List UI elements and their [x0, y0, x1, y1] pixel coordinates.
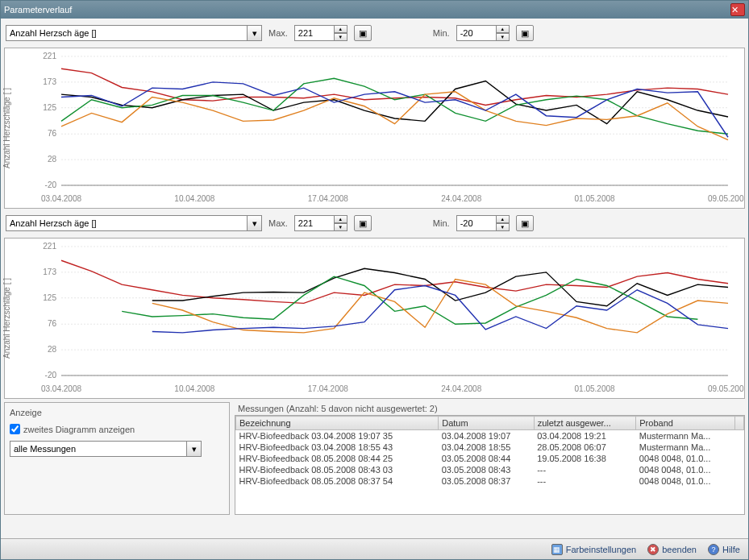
table-header[interactable]: Bezeichnung	[236, 417, 439, 430]
table-header[interactable]: zuletzt ausgewer...	[534, 417, 636, 430]
hilfe-button[interactable]: ? Hilfe	[708, 544, 740, 555]
table-cell: 0048 0048, 01.0...	[636, 464, 734, 475]
spin-up-icon[interactable]: ▲	[497, 25, 510, 33]
svg-text:01.05.2008: 01.05.2008	[575, 194, 615, 203]
second-chart-checkbox-row: zweites Diagramm anzeigen	[10, 424, 224, 434]
min-input-2[interactable]	[456, 215, 497, 231]
table-cell: Mustermann Ma...	[636, 430, 734, 442]
parameter-combo-1[interactable]: ▾	[6, 25, 262, 41]
table-row[interactable]: HRV-Biofeedback 03.04.2008 19:07 3503.04…	[236, 430, 744, 442]
messungen-panel: Messungen (Anzahl: 5 davon nicht ausgewe…	[235, 402, 745, 515]
svg-text:125: 125	[43, 103, 56, 112]
min-label-2: Min.	[433, 218, 450, 228]
second-chart-label: zweites Diagramm anzeigen	[23, 425, 135, 434]
chevron-down-icon[interactable]: ▾	[187, 441, 202, 457]
apply-icon: ▣	[359, 218, 367, 229]
chart1-ylabel: Anzahl Herzschläge [ ]	[2, 88, 11, 168]
table-row[interactable]: HRV-Biofeedback 03.04.2008 18:55 4303.04…	[236, 442, 744, 453]
chart2-ylabel: Anzahl Herzschläge [ ]	[2, 278, 11, 359]
chevron-down-icon[interactable]: ▾	[248, 215, 262, 231]
filter-input[interactable]	[10, 441, 187, 457]
apply-min-button-2[interactable]: ▣	[516, 215, 534, 231]
min-input-1[interactable]	[456, 25, 497, 41]
table-cell: 03.04.2008 18:55	[439, 442, 534, 453]
table-row[interactable]: HRV-Biofeedback 08.05.2008 08:37 5403.05…	[236, 475, 744, 487]
chart1-controls: ▾ Max. ▲▼ ▣ Min. ▲▼ ▣	[4, 22, 745, 44]
max-input-1[interactable]	[294, 25, 335, 41]
beenden-button[interactable]: ✖ beenden	[647, 544, 697, 555]
help-icon: ?	[708, 544, 719, 555]
svg-text:09.05.2008: 09.05.2008	[708, 384, 744, 393]
table-cell: 19.05.2008 16:38	[534, 453, 636, 464]
apply-icon: ▣	[359, 28, 367, 39]
svg-text:24.04.2008: 24.04.2008	[441, 384, 481, 393]
apply-max-button-2[interactable]: ▣	[354, 215, 372, 231]
spin-down-icon[interactable]: ▼	[335, 33, 347, 41]
table-cell: 0048 0048, 01.0...	[636, 475, 734, 487]
svg-text:76: 76	[48, 319, 57, 328]
table-cell: HRV-Biofeedback 08.05.2008 08:44 25	[236, 453, 439, 464]
max-spinner-2[interactable]: ▲▼	[294, 215, 347, 231]
table-cell: 0048 0048, 01.0...	[636, 453, 734, 464]
svg-text:03.04.2008: 03.04.2008	[41, 194, 81, 203]
svg-text:01.05.2008: 01.05.2008	[575, 384, 615, 393]
spin-down-icon[interactable]: ▼	[497, 33, 510, 41]
close-icon: ✕	[731, 5, 744, 15]
table-cell: 03.05.2008 08:43	[439, 464, 534, 475]
svg-text:173: 173	[43, 77, 56, 86]
min-label-1: Min.	[433, 28, 450, 38]
max-spinner-1[interactable]: ▲▼	[294, 25, 347, 41]
min-spinner-2[interactable]: ▲▼	[456, 215, 510, 231]
parameter-input-1[interactable]	[6, 25, 248, 41]
footer: ▦ Farbeinstellungen ✖ beenden ? Hilfe	[1, 538, 748, 559]
farbeinstellungen-label: Farbeinstellungen	[566, 545, 636, 554]
table-cell: HRV-Biofeedback 08.05.2008 08:43 03	[236, 464, 439, 475]
second-chart-checkbox[interactable]	[10, 424, 20, 434]
table-cell: HRV-Biofeedback 08.05.2008 08:37 54	[236, 475, 439, 487]
table-cell: 03.05.2008 08:37	[439, 475, 534, 487]
svg-text:28: 28	[48, 155, 57, 164]
messungen-table[interactable]: BezeichnungDatumzuletzt ausgewer...Proba…	[235, 415, 745, 515]
spin-down-icon[interactable]: ▼	[497, 223, 510, 231]
parameter-combo-2[interactable]: ▾	[6, 215, 262, 231]
table-header[interactable]: Datum	[439, 417, 534, 430]
svg-text:03.04.2008: 03.04.2008	[41, 384, 81, 393]
content: ▾ Max. ▲▼ ▣ Min. ▲▼ ▣ Anzahl Herzschläge…	[1, 19, 748, 538]
stop-icon: ✖	[647, 544, 659, 555]
farbeinstellungen-button[interactable]: ▦ Farbeinstellungen	[551, 544, 636, 555]
apply-min-button-1[interactable]: ▣	[516, 25, 534, 41]
parameter-input-2[interactable]	[6, 215, 248, 231]
spin-up-icon[interactable]: ▲	[335, 25, 347, 33]
window: Parameterverlauf ✕ ▾ Max. ▲▼ ▣ Min. ▲▼ ▣	[0, 0, 749, 560]
table-header[interactable]	[734, 417, 743, 430]
svg-text:-20: -20	[45, 180, 57, 189]
spin-down-icon[interactable]: ▼	[335, 223, 347, 231]
table-row[interactable]: HRV-Biofeedback 08.05.2008 08:44 2503.05…	[236, 453, 744, 464]
table-cell: 03.05.2008 08:44	[439, 453, 534, 464]
svg-text:-20: -20	[45, 371, 57, 380]
table-row[interactable]: HRV-Biofeedback 08.05.2008 08:43 0303.05…	[236, 464, 744, 475]
max-input-2[interactable]	[294, 215, 335, 231]
svg-text:17.04.2008: 17.04.2008	[308, 194, 348, 203]
table-cell: ---	[534, 464, 636, 475]
min-spinner-1[interactable]: ▲▼	[456, 25, 510, 41]
beenden-label: beenden	[662, 545, 697, 554]
table-cell: Mustermann Ma...	[636, 442, 734, 453]
anzeige-title: Anzeige	[10, 408, 224, 417]
table-cell: 03.04.2008 19:07	[439, 430, 534, 442]
svg-text:24.04.2008: 24.04.2008	[441, 194, 481, 203]
spin-up-icon[interactable]: ▲	[335, 215, 347, 223]
table-header[interactable]: Proband	[636, 417, 734, 430]
chevron-down-icon[interactable]: ▾	[248, 25, 262, 41]
close-button[interactable]: ✕	[730, 3, 745, 16]
table-cell: 03.04.2008 19:21	[534, 430, 636, 442]
max-label-1: Max.	[268, 28, 288, 38]
filter-combo[interactable]: ▾	[10, 441, 224, 457]
svg-text:221: 221	[43, 242, 56, 251]
max-label-2: Max.	[268, 218, 288, 228]
spin-up-icon[interactable]: ▲	[497, 215, 510, 223]
anzeige-panel: Anzeige zweites Diagramm anzeigen ▾	[4, 402, 230, 515]
apply-icon: ▣	[521, 28, 529, 39]
svg-text:28: 28	[48, 345, 57, 354]
apply-max-button-1[interactable]: ▣	[354, 25, 372, 41]
